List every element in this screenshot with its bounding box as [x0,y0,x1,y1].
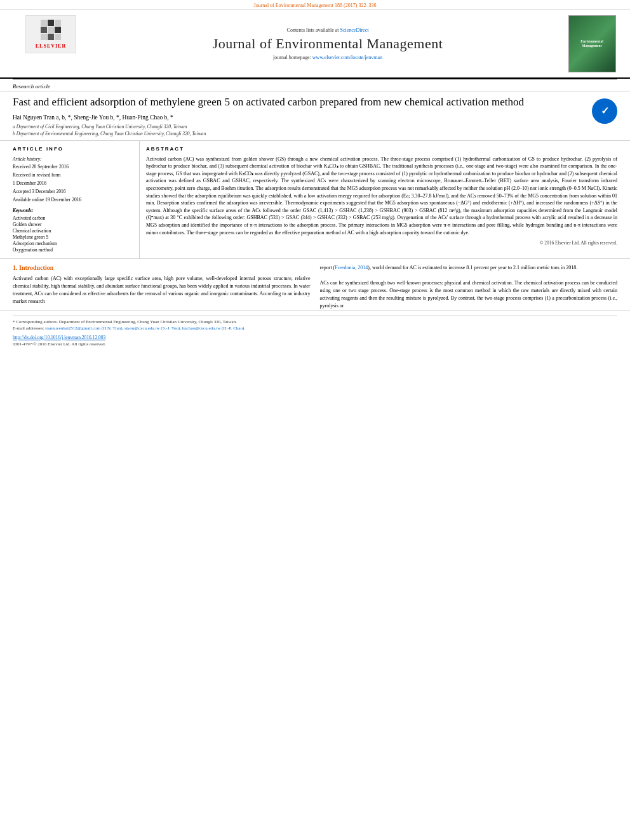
revised-label: Received in revised form [13,171,133,179]
doi-link[interactable]: http://dx.doi.org/10.1016/j.jenvman.2016… [13,335,617,340]
journal-title: Journal of Environmental Management [213,36,443,52]
elsevier-brand-text: ELSEVIER [36,43,66,49]
crossmark-icon: ✓ [592,98,617,124]
logo-sq [41,34,47,40]
history-label: Article history: [13,156,133,163]
affiliations: a Department of Civil Engineering, Chung… [13,123,586,138]
freedonia-link[interactable]: Freedonia, 2014 [335,265,368,270]
elsevier-logo-area: ELSEVIER [13,15,89,72]
keyword-item: Golden shower [13,222,133,227]
logo-sq [55,34,61,40]
article-type-label: Research article [0,79,630,91]
footnote-corresponding: * Corresponding authors. Department of E… [13,319,617,326]
top-banner: Journal of Environmental Management 188 … [0,0,630,10]
journal-info-center: Contents lists available at ScienceDirec… [95,15,560,72]
journal-homepage: journal homepage: www.elsevier.com/locat… [273,55,382,60]
logo-graphic [41,20,61,40]
logo-sq [41,27,47,33]
intro-right-text: report (Freedonia, 2014), world demand f… [320,264,618,310]
abstract-text: Activated carbon (AC) was synthesized fr… [146,156,617,237]
journal-thumbnail-area: EnvironmentalManagement [566,15,617,72]
footer: * Corresponding authors. Department of E… [0,310,630,352]
science-direct-label: Contents lists available at ScienceDirec… [287,27,369,33]
keyword-item: Chemical activation [13,228,133,234]
received-date: Received 20 September 2016 [13,163,133,171]
logo-sq [48,20,54,26]
introduction-section: 1. Introduction Activated carbon (AC) wi… [0,259,630,310]
keyword-item: Oxygenation method [13,247,133,253]
keyword-item: Activated carbon [13,215,133,221]
revised-date: 1 December 2016 [13,180,133,187]
authors-line: Hai Nguyen Tran a, b, *, Sheng-Jie You b… [13,114,586,121]
intro-right: report (Freedonia, 2014), world demand f… [320,264,618,310]
logo-sq [55,20,61,26]
email-label: E-mail addresses: [13,326,44,331]
article-history: Article history: Received 20 September 2… [13,156,133,204]
affiliation-b: b Department of Environmental Engineerin… [13,130,586,137]
affiliation-a: a Department of Civil Engineering, Chung… [13,123,586,130]
article-info-column: ARTICLE INFO Article history: Received 2… [13,141,140,258]
keywords-list: Activated carbonGolden showerChemical ac… [13,215,133,253]
issn-text: 0301-4797/© 2016 Elsevier Ltd. All right… [13,342,617,347]
logo-sq [41,20,47,26]
homepage-url[interactable]: www.elsevier.com/locate/jenvman [312,55,382,60]
crossmark-badge: ✓ [592,98,617,124]
intro-section-label: 1. Introduction [13,264,311,271]
logo-sq [48,34,54,40]
title-block: Fast and efficient adsorption of methyle… [13,95,586,138]
article-info-heading: ARTICLE INFO [13,146,133,152]
keyword-item: Adsorption mechanism [13,241,133,246]
footnote-emails: E-mail addresses: trannuyenhai2512@gmail… [13,325,617,332]
title-area: Fast and efficient adsorption of methyle… [0,91,630,141]
email-links[interactable]: trannuyenhai2512@gmail.com (H.N. Tran), … [45,326,245,331]
abstract-heading: ABSTRACT [146,146,617,152]
banner-text: Journal of Environmental Management 188 … [254,3,377,8]
logo-sq [55,27,61,33]
intro-left: 1. Introduction Activated carbon (AC) wi… [13,264,311,310]
keywords-label: Keywords: [13,208,133,213]
accepted-date: Accepted 3 December 2016 [13,188,133,196]
logo-sq [48,27,54,33]
journal-thumbnail: EnvironmentalManagement [568,15,616,72]
copyright-text: © 2016 Elsevier Ltd. All rights reserved… [146,240,617,246]
author-text: Hai Nguyen Tran a, b, *, Sheng-Jie You b… [13,114,173,121]
journal-thumb-text: EnvironmentalManagement [580,39,603,48]
journal-header: ELSEVIER Contents lists available at Sci… [0,10,630,79]
article-title: Fast and efficient adsorption of methyle… [13,95,586,109]
available-date: Available online 19 December 2016 [13,196,133,204]
abstract-column: ABSTRACT Activated carbon (AC) was synth… [140,141,617,258]
svg-text:✓: ✓ [601,105,609,116]
keyword-item: Methylene green 5 [13,234,133,240]
science-direct-link[interactable]: ScienceDirect [340,27,369,33]
elsevier-logo: ELSEVIER [25,15,76,53]
article-info-abstract-section: ARTICLE INFO Article history: Received 2… [0,141,630,259]
intro-left-text: Activated carbon (AC) with exceptionally… [13,275,311,305]
